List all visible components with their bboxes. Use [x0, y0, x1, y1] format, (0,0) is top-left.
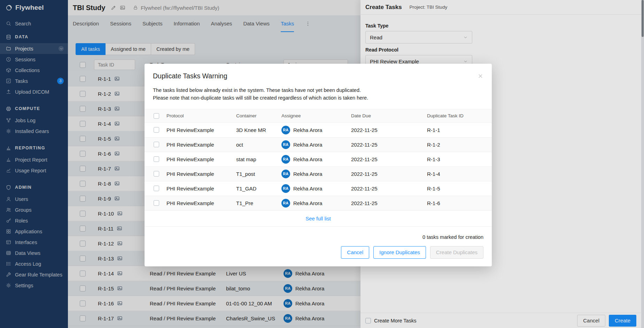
avatar: RA [281, 170, 290, 178]
duplicate-task-row: PHI ReviewExample 3D Knee MR RA Rekha Ar… [145, 123, 492, 138]
duplicate-table-body: PHI ReviewExample 3D Knee MR RA Rekha Ar… [145, 123, 492, 211]
duplicate-task-id: R-1-1 [427, 127, 492, 133]
modal-footer: Cancel Ignore Duplicates Create Duplicat… [145, 240, 492, 266]
date-due: 2022-11-25 [351, 142, 427, 148]
close-icon[interactable] [478, 73, 483, 79]
protocol: PHI ReviewExample [166, 200, 236, 206]
duplicate-task-row: PHI ReviewExample oct RA Rekha Arora 202… [145, 138, 492, 152]
duplicate-tasks-table: Protocol Container Assignee Date Due Dup… [145, 109, 492, 227]
assignee-name: Rekha Arora [293, 200, 322, 206]
date-due: 2022-11-25 [351, 171, 427, 177]
column-assignee: Assignee [281, 113, 351, 118]
assignee: RA Rekha Arora [281, 170, 351, 178]
duplicate-task-row: PHI ReviewExample stat map RA Rekha Aror… [145, 152, 492, 167]
column-date-due: Date Due [351, 113, 427, 118]
row-checkbox[interactable] [154, 200, 159, 206]
container: oct [236, 142, 281, 148]
row-checkbox[interactable] [154, 127, 159, 133]
assignee: RA Rekha Arora [281, 126, 351, 134]
avatar: RA [281, 140, 290, 149]
column-duplicate-task-id: Duplicate Task ID [427, 113, 492, 118]
row-checkbox[interactable] [154, 186, 159, 191]
app-root: Flywheel Search DATA Projects Sessions C… [0, 0, 644, 328]
assignee: RA Rekha Arora [281, 140, 351, 149]
protocol: PHI ReviewExample [166, 186, 236, 192]
column-protocol: Protocol [166, 113, 236, 118]
ignore-duplicates-button[interactable]: Ignore Duplicates [373, 246, 426, 259]
duplicate-task-row: PHI ReviewExample T1_Pre RA Rekha Arora … [145, 196, 492, 211]
assignee: RA Rekha Arora [281, 184, 351, 193]
assignee-name: Rekha Arora [293, 171, 322, 177]
protocol: PHI ReviewExample [166, 142, 236, 148]
container: T1_Pre [236, 200, 281, 206]
duplicate-task-row: PHI ReviewExample T1_post RA Rekha Arora… [145, 167, 492, 181]
modal-title: Duplicate Tasks Warning [153, 72, 227, 80]
duplicate-task-id: R-1-4 [427, 171, 492, 177]
assignee-name: Rekha Arora [293, 186, 322, 192]
duplicate-task-id: R-1-5 [427, 186, 492, 192]
assignee: RA Rekha Arora [281, 199, 351, 208]
assignee-name: Rekha Arora [293, 142, 322, 148]
date-due: 2022-11-25 [351, 186, 427, 192]
container: T1_GAD [236, 186, 281, 192]
modal-cancel-button[interactable]: Cancel [341, 246, 369, 259]
assignee: RA Rekha Arora [281, 155, 351, 164]
container: 3D Knee MR [236, 127, 281, 133]
modal-description: The tasks listed below already exist in … [145, 80, 492, 102]
date-due: 2022-11-25 [351, 200, 427, 206]
tasks-marked-count: 0 tasks marked for creation [145, 227, 492, 240]
row-checkbox[interactable] [154, 142, 159, 147]
duplicate-table-header: Protocol Container Assignee Date Due Dup… [145, 109, 492, 123]
row-checkbox[interactable] [154, 156, 159, 162]
avatar: RA [281, 184, 290, 193]
column-container: Container [236, 113, 281, 118]
create-duplicates-button[interactable]: Create Duplicates [430, 246, 483, 259]
duplicate-task-id: R-1-3 [427, 156, 492, 162]
container: T1_post [236, 171, 281, 177]
protocol: PHI ReviewExample [166, 171, 236, 177]
duplicate-task-id: R-1-2 [427, 142, 492, 148]
protocol: PHI ReviewExample [166, 156, 236, 162]
duplicate-task-id: R-1-6 [427, 200, 492, 206]
row-checkbox[interactable] [154, 171, 159, 177]
date-due: 2022-11-25 [351, 127, 427, 133]
modal-select-all-checkbox[interactable] [154, 113, 159, 119]
avatar: RA [281, 199, 290, 208]
duplicate-tasks-warning-modal: Duplicate Tasks Warning The tasks listed… [145, 64, 492, 266]
container: stat map [236, 156, 281, 162]
avatar: RA [281, 155, 290, 164]
see-full-list-link[interactable]: See full list [305, 216, 331, 221]
assignee-name: Rekha Arora [293, 127, 322, 133]
assignee-name: Rekha Arora [293, 156, 322, 162]
duplicate-task-row: PHI ReviewExample T1_GAD RA Rekha Arora … [145, 181, 492, 196]
avatar: RA [281, 126, 290, 134]
date-due: 2022-11-25 [351, 156, 427, 162]
protocol: PHI ReviewExample [166, 127, 236, 133]
